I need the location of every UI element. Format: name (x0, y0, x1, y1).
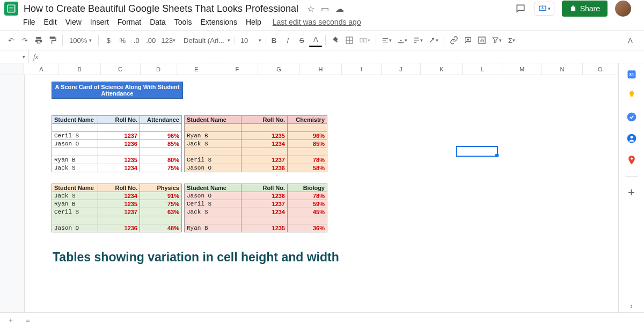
col-header[interactable]: J (382, 63, 421, 75)
formula-input[interactable] (42, 50, 644, 63)
table-row: Jason O123678% (185, 192, 327, 200)
row-headers[interactable] (0, 75, 25, 312)
comment-button[interactable] (462, 33, 474, 47)
italic-button[interactable]: I (281, 33, 294, 47)
present-button[interactable]: ▾ (535, 2, 554, 16)
table-row (185, 124, 327, 132)
cloud-icon[interactable]: ☁ (335, 4, 344, 14)
borders-button[interactable] (343, 33, 356, 47)
last-edit-link[interactable]: Last edit was seconds ago (273, 18, 361, 26)
name-box[interactable]: ▾ (0, 50, 29, 63)
decrease-decimal-button[interactable]: .0 (130, 33, 143, 47)
move-icon[interactable]: ▭ (321, 4, 329, 14)
v-align-button[interactable]: ▾ (395, 33, 409, 47)
col-header[interactable]: G (258, 63, 300, 75)
svg-point-12 (630, 157, 632, 159)
col-header[interactable]: O (583, 63, 618, 75)
chart-button[interactable] (475, 33, 488, 47)
table-row: Ceril S123759% (185, 200, 327, 208)
wrap-button[interactable]: ▾ (411, 33, 425, 47)
table-row: Jason O123648% (52, 224, 182, 232)
menu-format[interactable]: Format (114, 16, 145, 28)
menu-view[interactable]: View (62, 16, 85, 28)
col-header[interactable]: M (502, 63, 542, 75)
undo-button[interactable]: ↶ (4, 33, 17, 47)
account-avatar[interactable] (615, 1, 631, 17)
table-row: Jason O123685% (52, 140, 182, 148)
strikethrough-button[interactable]: S (295, 33, 308, 47)
filter-button[interactable]: ▾ (489, 33, 504, 47)
share-button[interactable]: Share (562, 1, 608, 17)
fill-color-button[interactable] (329, 33, 342, 47)
table-row: Ryan B123596% (185, 132, 327, 140)
table-row: Ryan B123575% (52, 200, 182, 208)
all-sheets-button[interactable]: ≡ (21, 313, 34, 323)
functions-button[interactable]: Σ▾ (505, 33, 518, 47)
share-label: Share (580, 4, 600, 13)
link-button[interactable] (448, 33, 460, 47)
table-row (52, 124, 182, 132)
col-header[interactable]: A (24, 63, 59, 75)
calendar-icon[interactable]: 31 (626, 69, 637, 79)
add-sheet-button[interactable]: + (4, 313, 17, 323)
menu-tools[interactable]: Tools (171, 16, 196, 28)
rotate-button[interactable]: ▾ (426, 33, 441, 47)
col-header[interactable]: H (300, 63, 342, 75)
h-align-button[interactable]: ▾ (379, 33, 394, 47)
table-row: Jack S123485% (185, 140, 327, 148)
menu-file[interactable]: File (19, 16, 39, 28)
menu-insert[interactable]: Insert (86, 16, 113, 28)
col-header[interactable]: K (421, 63, 463, 75)
contacts-icon[interactable] (626, 133, 637, 144)
maps-icon[interactable] (626, 155, 637, 165)
col-header[interactable]: I (342, 63, 382, 75)
chemistry-table: Student NameRoll No.Chemistry Ryan B1235… (184, 115, 327, 172)
percent-button[interactable]: % (116, 33, 129, 47)
table-row (52, 216, 182, 224)
svg-rect-2 (539, 6, 546, 10)
increase-decimal-button[interactable]: .00 (144, 33, 158, 47)
sheet-tabs-bar: + ≡ (0, 312, 644, 322)
menu-edit[interactable]: Edit (40, 16, 61, 28)
grid[interactable]: A Score Card of Science Along With Stude… (25, 75, 618, 312)
comments-icon[interactable] (514, 2, 527, 15)
paint-format-button[interactable] (46, 33, 59, 47)
menu-data[interactable]: Data (146, 16, 170, 28)
menu-help[interactable]: Help (242, 16, 265, 28)
text-color-button[interactable]: A (309, 33, 322, 47)
col-header[interactable]: B (59, 63, 101, 75)
menu-extensions[interactable]: Extensions (196, 16, 240, 28)
font-size-selector[interactable]: 10▾ (236, 36, 266, 45)
redo-button[interactable]: ↷ (18, 33, 31, 47)
col-header[interactable]: L (463, 63, 502, 75)
table-row: Jack S123491% (52, 192, 182, 200)
col-header[interactable]: N (542, 63, 583, 75)
keep-icon[interactable] (626, 90, 637, 101)
col-header[interactable]: D (141, 63, 177, 75)
physics-table: Student NameRoll No.Physics Jack S123491… (52, 184, 182, 232)
col-header[interactable]: F (216, 63, 258, 75)
more-formats-button[interactable]: 123▾ (159, 33, 178, 47)
tasks-icon[interactable] (626, 112, 637, 122)
bold-button[interactable]: B (267, 33, 280, 47)
col-header[interactable]: E (177, 63, 217, 75)
star-icon[interactable]: ☆ (307, 4, 314, 14)
select-all-corner[interactable] (0, 63, 24, 75)
svg-text:31: 31 (629, 72, 634, 77)
font-selector[interactable]: Default (Ari...▾ (179, 36, 235, 45)
collapse-toolbar-button[interactable]: ᐱ (624, 33, 636, 47)
score-card-title: A Score Card of Science Along With Stude… (52, 82, 183, 99)
add-addon-icon[interactable]: + (626, 187, 637, 198)
hide-panel-icon[interactable]: › (626, 302, 637, 312)
col-header[interactable]: C (101, 63, 141, 75)
zoom-selector[interactable]: 100%▾ (66, 36, 95, 45)
table-row (185, 216, 327, 224)
table-row (52, 148, 182, 156)
svg-point-9 (627, 113, 636, 122)
currency-button[interactable]: $ (102, 33, 115, 47)
sheets-logo[interactable] (4, 2, 18, 16)
print-button[interactable] (32, 33, 45, 47)
table-row: Jack S123445% (185, 208, 327, 216)
document-title[interactable]: How to Create Beautiful Google Sheets Th… (24, 3, 298, 14)
merge-cells-button[interactable]: ▾ (357, 33, 372, 47)
